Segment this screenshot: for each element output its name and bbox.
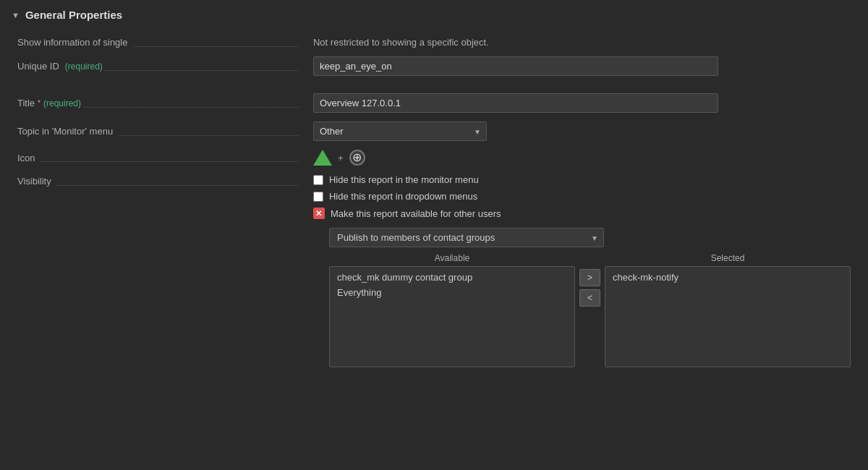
show-info-row: Show information of single Not restricte… [12,33,856,52]
available-list-section: Available check_mk dummy contact group E… [329,253,575,367]
visibility-label-cell: Visibility [17,176,302,187]
unique-id-row: Unique ID (required) [12,52,856,80]
make-available-label: Make this report available for other use… [331,208,501,219]
spacer-row [12,80,856,89]
show-info-label-cell: Show information of single [17,37,302,48]
unique-id-required: (required) [65,61,103,72]
icon-dots [41,153,299,162]
available-list-box[interactable]: check_mk dummy contact group Everything [329,266,575,367]
available-label: Available [329,253,575,263]
publish-dropdown[interactable]: Publish to members of contact groups Pub… [329,228,604,247]
icon-preview[interactable] [313,150,332,166]
publish-sub-section: Publish to members of contact groups Pub… [329,228,851,367]
collapse-arrow: ▼ [12,11,20,20]
visibility-row: Visibility Hide this report in the monit… [12,170,856,372]
make-available-x-icon[interactable]: ✕ [313,208,325,219]
title-input[interactable] [313,93,718,113]
topic-label-cell: Topic in 'Monitor' menu [17,126,302,137]
visibility-cell: Hide this report in the monitor menu Hid… [313,174,851,367]
list-item[interactable]: check_mk dummy contact group [330,270,574,285]
title-label-cell: Title * (required) [17,98,302,108]
svg-marker-0 [313,150,332,166]
icon-svg [313,150,332,166]
icon-label: Icon [17,153,35,163]
transfer-buttons: > < [579,253,600,307]
publish-dropdown-wrapper: Publish to members of contact groups Pub… [329,228,604,247]
hide-dropdown-row: Hide this report in dropdown menus [313,191,851,202]
selected-label: Selected [605,253,851,263]
show-info-dots [133,38,299,47]
selected-list-section: Selected check-mk-notify [605,253,851,367]
unique-id-label-cell: Unique ID (required) [17,61,302,72]
list-item[interactable]: Everything [330,285,574,300]
hide-monitor-label: Hide this report in the monitor menu [329,174,479,185]
icon-add-button[interactable]: ⊕ [349,150,365,166]
icon-label-cell: Icon [17,153,302,163]
hide-dropdown-label: Hide this report in dropdown menus [329,191,477,202]
make-available-row: ✕ Make this report available for other u… [313,208,851,219]
form-table: Show information of single Not restricte… [12,33,856,372]
general-properties-panel: ▼ General Properties Show information of… [0,0,868,380]
unique-id-dots [106,62,299,71]
selected-list-box[interactable]: check-mk-notify [605,266,851,367]
topic-select-wrapper: Other System Network Overview [313,121,487,141]
show-info-value: Not restricted to showing a specific obj… [313,37,489,48]
show-info-label: Show information of single [17,37,127,48]
visibility-label: Visibility [17,176,51,187]
title-required: (required) [43,98,81,108]
title-dots [84,99,299,108]
unique-id-input[interactable] [313,56,718,76]
title-label: Title [17,98,35,108]
icon-plus-separator: + [338,153,344,163]
move-left-button[interactable]: < [579,289,600,307]
list-item[interactable]: check-mk-notify [605,270,850,285]
topic-select[interactable]: Other System Network Overview [313,121,487,141]
section-header[interactable]: ▼ General Properties [12,9,856,21]
topic-label: Topic in 'Monitor' menu [17,126,113,137]
dual-list-container: Available check_mk dummy contact group E… [329,253,851,367]
topic-row: Topic in 'Monitor' menu Other System Net… [12,117,856,145]
hide-monitor-row: Hide this report in the monitor menu [313,174,851,185]
topic-dots [119,127,299,136]
visibility-dots [57,177,299,186]
move-right-button[interactable]: > [579,269,600,286]
title-row: Title * (required) [12,89,856,117]
icon-row: Icon + ⊕ [12,145,856,170]
unique-id-label: Unique ID [17,61,59,72]
title-superscript: * [38,99,41,107]
section-title: General Properties [25,9,122,21]
hide-dropdown-checkbox[interactable] [313,192,323,202]
icon-area: + ⊕ [313,150,851,166]
hide-monitor-checkbox[interactable] [313,175,323,185]
